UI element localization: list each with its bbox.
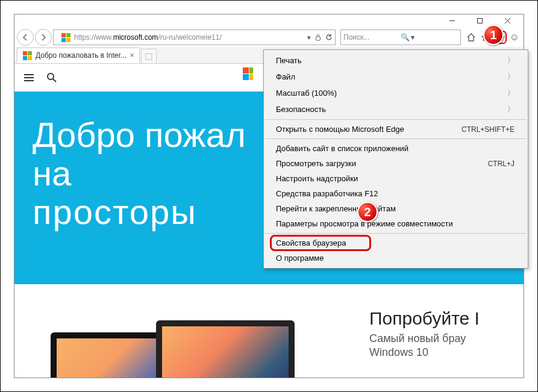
new-tab-button[interactable] — [141, 49, 157, 63]
tab-close-icon[interactable]: × — [130, 51, 134, 60]
chevron-right-icon: 〉 — [507, 88, 515, 98]
menu-separator — [265, 119, 527, 120]
ms-logo-icon — [237, 67, 253, 82]
lower-line1: Самый новый брау — [369, 332, 524, 345]
menu-file[interactable]: Файл〉 — [264, 69, 528, 85]
lock-icon — [314, 34, 322, 41]
chevron-right-icon: 〉 — [507, 104, 515, 114]
annotation-badge-1: 1 — [483, 25, 504, 45]
svg-rect-1 — [477, 18, 482, 23]
menu-zoom[interactable]: Масштаб (100%)〉 — [264, 85, 528, 101]
home-icon[interactable] — [464, 31, 478, 44]
search-box[interactable]: Поиск... 🔍 ▾ — [340, 30, 461, 45]
search-placeholder: Поиск... — [343, 33, 401, 42]
titlebar — [14, 14, 524, 26]
tools-menu: Печать〉 Файл〉 Масштаб (100%)〉 Безопаснос… — [263, 49, 528, 269]
ms-logo-icon — [22, 51, 32, 60]
address-bar[interactable]: https://www.microsoft.com/ru-ru/welcomei… — [53, 30, 336, 45]
laptop-mockup — [147, 320, 304, 378]
menu-separator — [265, 138, 527, 139]
menu-add-site[interactable]: Добавить сайт в список приложений — [264, 141, 528, 156]
menu-pinned[interactable]: Перейти к закрепленным сайтам — [264, 201, 528, 216]
ms-logo-icon — [61, 33, 70, 42]
menu-separator — [265, 233, 527, 234]
url-text: https://www.microsoft.com/ru-ru/welcomei… — [74, 33, 307, 42]
menu-f12[interactable]: Средства разработчика F12 — [264, 186, 528, 201]
menu-print[interactable]: Печать〉 — [264, 52, 528, 69]
hamburger-icon[interactable] — [23, 72, 35, 84]
svg-line-19 — [53, 79, 56, 82]
nav-bar: https://www.microsoft.com/ru-ru/welcomei… — [14, 28, 524, 47]
chevron-right-icon: 〉 — [507, 72, 515, 82]
lower-section: Попробуйте I Самый новый брау Windows 10 — [14, 284, 524, 378]
dropdown-icon[interactable]: ▾ — [307, 34, 311, 42]
maximize-button[interactable] — [466, 14, 493, 26]
lower-heading: Попробуйте I — [369, 308, 524, 329]
shortcut-label: CTRL+J — [488, 160, 515, 168]
menu-compat[interactable]: Параметры просмотра в режиме совместимос… — [264, 216, 528, 231]
svg-point-18 — [48, 73, 54, 79]
forward-button[interactable] — [35, 29, 52, 46]
minimize-button[interactable] — [438, 14, 466, 26]
chevron-right-icon: 〉 — [507, 55, 515, 66]
svg-rect-14 — [146, 54, 152, 60]
close-button[interactable] — [493, 14, 521, 26]
menu-safety[interactable]: Безопасность〉 — [264, 101, 528, 117]
annotation-badge-2: 2 — [357, 202, 378, 222]
tab-active[interactable]: Добро пожаловать в Inter... × — [17, 48, 140, 63]
refresh-icon[interactable] — [325, 34, 333, 41]
search-dropdown-icon[interactable]: 🔍 ▾ — [401, 33, 458, 42]
lower-line2: Windows 10 — [369, 346, 524, 359]
menu-about[interactable]: О программе — [264, 250, 528, 266]
ie-window: https://www.microsoft.com/ru-ru/welcomei… — [14, 14, 524, 378]
tab-title: Добро пожаловать в Inter... — [36, 51, 127, 60]
back-button[interactable] — [17, 29, 34, 46]
menu-addons[interactable]: Настроить надстройки — [264, 171, 528, 186]
search-icon[interactable] — [46, 72, 58, 84]
menu-internet-options[interactable]: Свойства браузера — [264, 235, 528, 250]
feedback-smiley-icon[interactable]: ☺ — [508, 31, 521, 44]
shortcut-label: CTRL+SHIFT+E — [461, 125, 515, 134]
menu-downloads[interactable]: Просмотреть загрузкиCTRL+J — [264, 156, 528, 171]
svg-rect-4 — [316, 37, 321, 40]
device-mockups — [51, 314, 304, 378]
lower-text: Попробуйте I Самый новый брау Windows 10 — [369, 308, 524, 360]
menu-open-edge[interactable]: Открыть с помощью Microsoft EdgeCTRL+SHI… — [264, 122, 528, 137]
